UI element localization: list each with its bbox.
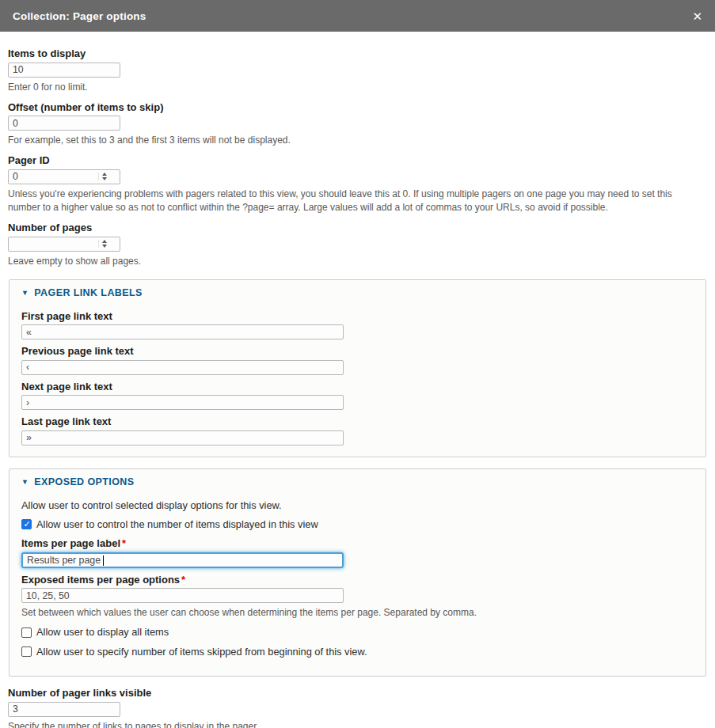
text-cursor bbox=[103, 555, 104, 566]
checkbox-specify-items-skipped[interactable]: Allow user to specify number of items sk… bbox=[21, 646, 694, 658]
checkbox-control-number-of-items[interactable]: Allow user to control the number of item… bbox=[21, 518, 694, 530]
label-text: Items per page label bbox=[21, 537, 120, 549]
checkbox-display-all-items[interactable]: Allow user to display all items bbox=[21, 626, 694, 638]
first-page-link-text-input[interactable] bbox=[21, 324, 344, 339]
pager-links-visible-label: Number of pager links visible bbox=[8, 687, 707, 700]
pager-id-label: Pager ID bbox=[8, 154, 707, 167]
number-spinner-icon[interactable] bbox=[98, 173, 107, 180]
field-last-page-link-text: Last page link text bbox=[21, 415, 694, 446]
fieldset-legend-exposed-options[interactable]: ▼ EXPOSED OPTIONS bbox=[21, 476, 694, 487]
fieldset-exposed-options: ▼ EXPOSED OPTIONS Allow user to control … bbox=[9, 468, 706, 677]
fieldset-pager-link-labels: ▼ PAGER LINK LABELS First page link text… bbox=[9, 279, 706, 457]
required-marker: * bbox=[122, 537, 126, 549]
offset-input[interactable] bbox=[8, 116, 120, 131]
field-next-page-link-text: Next page link text bbox=[21, 381, 694, 411]
spin-down-icon[interactable] bbox=[102, 245, 107, 248]
field-items-to-display: Items to display Enter 0 for no limit. bbox=[8, 47, 707, 94]
field-number-of-pages: Number of pages Leave empty to show all … bbox=[8, 222, 707, 268]
close-icon[interactable]: ✕ bbox=[692, 10, 702, 22]
spin-up-icon[interactable] bbox=[102, 173, 107, 176]
required-marker: * bbox=[181, 574, 185, 586]
items-to-display-input[interactable] bbox=[8, 63, 120, 78]
exposed-items-per-page-options-description: Set between which values the user can ch… bbox=[21, 606, 694, 620]
field-items-per-page-label: Items per page label* bbox=[21, 537, 694, 568]
collapse-arrow-icon: ▼ bbox=[21, 289, 29, 297]
checkbox-unchecked-icon[interactable] bbox=[21, 628, 32, 638]
field-first-page-link-text: First page link text bbox=[21, 310, 694, 340]
legend-text: PAGER LINK LABELS bbox=[34, 287, 142, 298]
offset-label: Offset (number of items to skip) bbox=[8, 101, 707, 114]
dialog-body: Items to display Enter 0 for no limit. O… bbox=[0, 32, 715, 728]
items-per-page-label-label: Items per page label* bbox=[21, 537, 694, 550]
exposed-options-intro: Allow user to control selected display o… bbox=[21, 499, 694, 511]
spin-down-icon[interactable] bbox=[102, 177, 107, 180]
legend-text: EXPOSED OPTIONS bbox=[34, 476, 134, 487]
pager-id-description: Unless you're experiencing problems with… bbox=[8, 188, 705, 214]
pager-links-visible-description: Specify the number of links to pages to … bbox=[8, 720, 705, 728]
next-page-link-text-label: Next page link text bbox=[21, 381, 694, 393]
label-text: Exposed items per page options bbox=[21, 574, 180, 586]
next-page-link-text-input[interactable] bbox=[21, 395, 344, 410]
field-previous-page-link-text: Previous page link text bbox=[21, 345, 694, 375]
first-page-link-text-label: First page link text bbox=[21, 310, 694, 323]
checkbox-checked-icon[interactable] bbox=[21, 519, 32, 529]
collapse-arrow-icon: ▼ bbox=[21, 478, 29, 486]
number-spinner-icon[interactable] bbox=[98, 240, 107, 248]
number-of-pages-description: Leave empty to show all pages. bbox=[8, 255, 705, 268]
dialog-title: Collection: Pager options bbox=[13, 10, 146, 22]
field-pager-links-visible: Number of pager links visible Specify th… bbox=[8, 687, 707, 728]
dialog-header: Collection: Pager options ✕ bbox=[0, 0, 715, 32]
checkbox-label[interactable]: Allow user to display all items bbox=[36, 626, 169, 638]
previous-page-link-text-label: Previous page link text bbox=[21, 345, 694, 358]
checkbox-label[interactable]: Allow user to specify number of items sk… bbox=[36, 646, 367, 658]
last-page-link-text-input[interactable] bbox=[21, 430, 344, 446]
items-per-page-label-input[interactable] bbox=[21, 552, 344, 568]
field-exposed-items-per-page-options: Exposed items per page options* Set betw… bbox=[21, 574, 694, 620]
items-to-display-label: Items to display bbox=[8, 47, 707, 60]
pager-links-visible-input[interactable] bbox=[8, 702, 120, 717]
checkbox-unchecked-icon[interactable] bbox=[21, 646, 32, 657]
field-offset: Offset (number of items to skip) For exa… bbox=[8, 101, 707, 148]
number-of-pages-label: Number of pages bbox=[8, 222, 707, 234]
previous-page-link-text-input[interactable] bbox=[21, 360, 344, 375]
offset-description: For example, set this to 3 and the first… bbox=[8, 134, 705, 147]
field-pager-id: Pager ID Unless you're experiencing prob… bbox=[8, 154, 707, 214]
exposed-items-per-page-options-input[interactable] bbox=[21, 588, 344, 603]
last-page-link-text-label: Last page link text bbox=[21, 415, 694, 428]
spin-up-icon[interactable] bbox=[102, 240, 107, 243]
fieldset-legend-pager-link-labels[interactable]: ▼ PAGER LINK LABELS bbox=[21, 287, 694, 298]
items-to-display-description: Enter 0 for no limit. bbox=[8, 81, 705, 94]
exposed-items-per-page-options-label: Exposed items per page options* bbox=[21, 574, 694, 586]
checkbox-label[interactable]: Allow user to control the number of item… bbox=[36, 518, 318, 530]
